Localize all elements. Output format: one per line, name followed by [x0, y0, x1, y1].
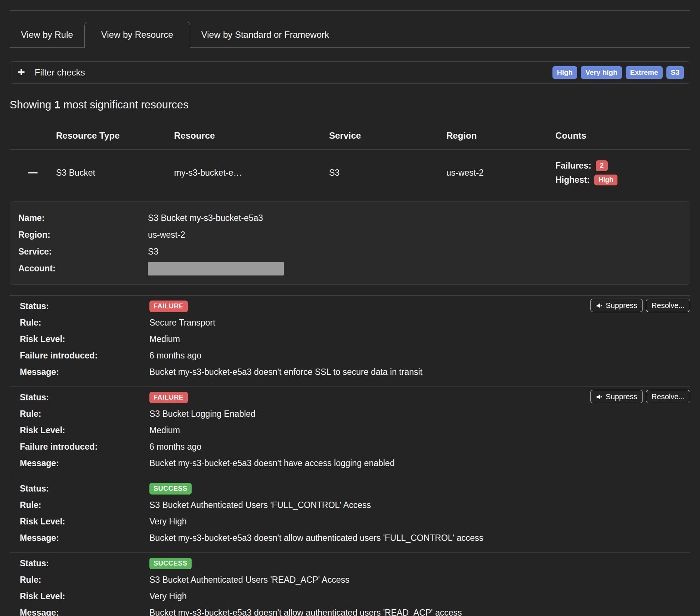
highest-risk-badge: High [594, 175, 617, 185]
top-divider [10, 10, 690, 11]
rule-row: Rule: S3 Bucket Logging Enabled [20, 406, 690, 422]
failures-count-badge: 2 [596, 160, 608, 171]
rule-label: Rule: [20, 409, 149, 419]
failure-introduced-row: Failure introduced: 6 months ago [20, 438, 690, 455]
message-value: Bucket my-s3-bucket-e5a3 doesn't enforce… [149, 367, 422, 377]
check-actions: Suppress Resolve... [590, 299, 690, 312]
filter-checks-bar[interactable]: + Filter checks High Very high Extreme S… [10, 61, 690, 84]
check-section-full-control: Status: SUCCESS Rule: S3 Bucket Authenti… [10, 478, 690, 552]
suppress-button-label: Suppress [606, 392, 638, 401]
filter-badge-extreme[interactable]: Extreme [626, 66, 663, 79]
suppress-button-label: Suppress [606, 301, 638, 310]
rule-label: Rule: [20, 575, 149, 585]
risk-level-label: Risk Level: [20, 591, 149, 601]
column-header-service: Service [329, 130, 446, 141]
status-label: Status: [20, 301, 149, 311]
failure-introduced-row: Failure introduced: 6 months ago [20, 347, 690, 364]
status-row: Status: SUCCESS [20, 555, 690, 572]
suppress-button[interactable]: Suppress [590, 299, 643, 312]
failure-introduced-value: 6 months ago [149, 442, 201, 452]
filter-badge-s3[interactable]: S3 [666, 66, 684, 79]
rule-value: S3 Bucket Authenticated Users 'FULL_CONT… [149, 500, 371, 510]
suppress-button[interactable]: Suppress [590, 390, 643, 403]
risk-level-label: Risk Level: [20, 517, 149, 527]
failures-label: Failures: [555, 161, 591, 171]
service-value: S3 [148, 243, 158, 260]
filter-badge-high[interactable]: High [552, 66, 577, 79]
cell-counts: Failures: 2 Highest: High [555, 160, 690, 185]
risk-level-row: Risk Level: Medium [20, 422, 690, 438]
failure-introduced-label: Failure introduced: [20, 442, 149, 452]
rule-value: S3 Bucket Authenticated Users 'READ_ACP'… [149, 575, 349, 585]
resolve-button[interactable]: Resolve... [646, 299, 690, 312]
resolve-button-label: Resolve... [651, 392, 685, 401]
collapse-row-icon[interactable] [28, 172, 38, 173]
detail-row-name: Name: S3 Bucket my-s3-bucket-e5a3 [18, 210, 682, 227]
risk-level-label: Risk Level: [20, 425, 149, 435]
filter-badge-very-high[interactable]: Very high [581, 66, 622, 79]
rule-value: S3 Bucket Logging Enabled [149, 409, 255, 419]
cell-resource-type: S3 Bucket [56, 168, 174, 178]
message-label: Message: [20, 458, 149, 468]
resources-table: Resource Type Resource Service Region Co… [10, 111, 690, 196]
risk-level-row: Risk Level: Medium [20, 331, 690, 347]
failures-count-line: Failures: 2 [555, 160, 690, 171]
message-value: Bucket my-s3-bucket-e5a3 doesn't allow a… [149, 608, 462, 616]
message-value: Bucket my-s3-bucket-e5a3 doesn't allow a… [149, 533, 483, 543]
status-badge-failure: FAILURE [149, 392, 188, 403]
table-row: S3 Bucket my-s3-bucket-e… S3 us-west-2 F… [10, 150, 690, 196]
check-section-read-acp: Status: SUCCESS Rule: S3 Bucket Authenti… [10, 552, 690, 616]
column-header-region: Region [446, 130, 555, 141]
cell-service: S3 [329, 168, 446, 178]
resolve-button[interactable]: Resolve... [646, 390, 690, 403]
cell-region: us-west-2 [446, 168, 555, 178]
add-filter-icon: + [18, 65, 25, 78]
message-label: Message: [20, 533, 149, 543]
risk-level-row: Risk Level: Very High [20, 513, 690, 530]
column-header-resource: Resource [174, 130, 329, 141]
summary-suffix: most significant resources [60, 99, 188, 111]
rule-row: Rule: S3 Bucket Authenticated Users 'REA… [20, 572, 690, 588]
cell-resource: my-s3-bucket-e… [174, 168, 329, 178]
resolve-button-label: Resolve... [651, 301, 685, 310]
message-label: Message: [20, 608, 149, 616]
rule-label: Rule: [20, 318, 149, 328]
highest-label: Highest: [555, 175, 590, 185]
region-value: us-west-2 [148, 227, 185, 243]
tab-view-by-standard[interactable]: View by Standard or Framework [190, 22, 340, 47]
column-header-resource-type: Resource Type [56, 130, 174, 141]
message-row: Message: Bucket my-s3-bucket-e5a3 doesn'… [20, 530, 690, 546]
failure-introduced-label: Failure introduced: [20, 351, 149, 361]
rule-value: Secure Transport [149, 318, 215, 328]
status-row: Status: SUCCESS [20, 480, 690, 497]
risk-level-label: Risk Level: [20, 334, 149, 344]
detail-row-account: Account: [18, 260, 682, 277]
status-badge-success: SUCCESS [149, 483, 192, 495]
check-section-logging-enabled: Status: FAILURE Suppress Resolve... Rule… [10, 386, 690, 478]
risk-level-value: Medium [149, 425, 180, 435]
service-label: Service: [18, 243, 148, 260]
check-section-secure-transport: Status: FAILURE Suppress Resolve... Rule… [10, 295, 690, 386]
view-tabs: View by Rule View by Resource View by St… [10, 22, 690, 48]
region-label: Region: [18, 227, 148, 243]
message-value: Bucket my-s3-bucket-e5a3 doesn't have ac… [149, 458, 394, 468]
message-label: Message: [20, 367, 149, 377]
check-actions: Suppress Resolve... [590, 390, 690, 403]
mute-icon [596, 393, 603, 400]
message-row: Message: Bucket my-s3-bucket-e5a3 doesn'… [20, 364, 690, 380]
detail-row-region: Region: us-west-2 [18, 227, 682, 243]
status-badge-failure: FAILURE [149, 301, 188, 312]
name-value: S3 Bucket my-s3-bucket-e5a3 [148, 210, 263, 227]
tab-view-by-resource[interactable]: View by Resource [84, 22, 190, 48]
filter-checks-label: Filter checks [35, 67, 85, 78]
risk-level-value: Very High [149, 517, 187, 527]
active-filter-badges: High Very high Extreme S3 [552, 66, 684, 79]
column-header-counts: Counts [555, 130, 690, 141]
resource-details-panel: Name: S3 Bucket my-s3-bucket-e5a3 Region… [10, 201, 690, 285]
status-label: Status: [20, 484, 149, 494]
tab-view-by-rule[interactable]: View by Rule [10, 22, 84, 47]
status-badge-success: SUCCESS [149, 558, 192, 569]
failure-introduced-value: 6 months ago [149, 351, 201, 361]
rule-row: Rule: Secure Transport [20, 314, 690, 331]
risk-level-value: Very High [149, 591, 187, 601]
